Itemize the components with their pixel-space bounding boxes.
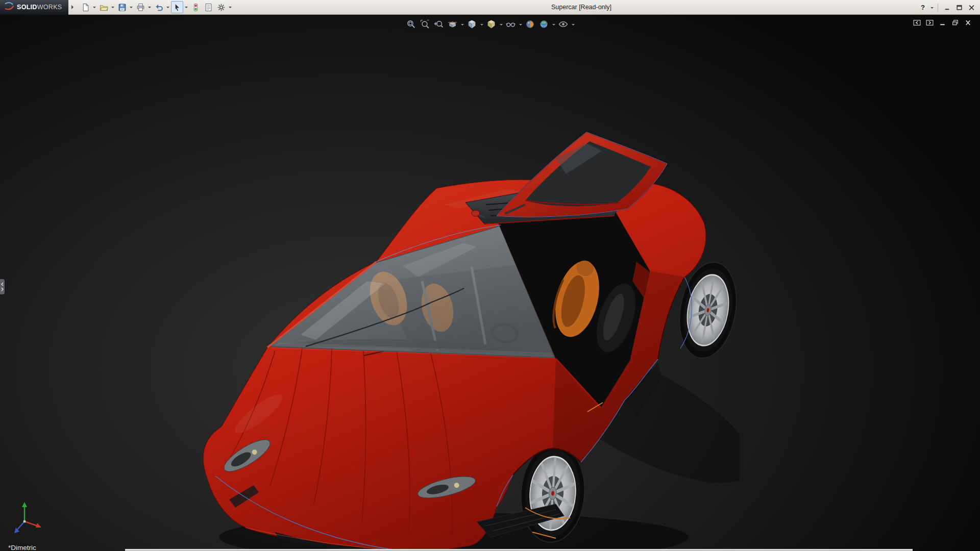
next-window-button[interactable] [924, 18, 935, 27]
apply-scene-button[interactable] [537, 18, 550, 31]
view-settings-button[interactable] [557, 18, 570, 31]
open-document-dropdown[interactable] [110, 1, 115, 13]
maximize-button[interactable] [953, 2, 965, 13]
car-body[interactable] [203, 180, 706, 551]
main-toolbar [78, 1, 233, 13]
window-buttons [941, 2, 977, 13]
solidworks-window: SOLIDWORKS Supercar [Read-only] ? [0, 0, 980, 551]
apply-scene-dropdown[interactable] [551, 18, 556, 31]
new-document-dropdown[interactable] [92, 1, 97, 13]
hide-show-items-button[interactable] [504, 18, 517, 31]
solidworks-logo: SOLIDWORKS [0, 0, 68, 15]
document-window-controls [912, 18, 973, 27]
panel-collapse-tab[interactable] [0, 279, 5, 294]
separator [938, 4, 938, 12]
print-button[interactable] [134, 1, 146, 13]
new-document-button[interactable] [79, 1, 91, 13]
zoom-to-fit-button[interactable] [405, 18, 418, 31]
section-view-dropdown[interactable] [460, 18, 464, 31]
supercar-3d-model[interactable] [199, 128, 740, 551]
solidworks-logo-icon [4, 2, 15, 13]
zoom-to-area-button[interactable] [419, 18, 431, 31]
minimize-doc-button[interactable] [937, 18, 947, 27]
rebuild-button[interactable] [189, 1, 202, 13]
heads-up-toolbar [405, 18, 575, 31]
help-button[interactable]: ? [917, 2, 928, 13]
window-title: Supercar [Read-only] [551, 0, 611, 15]
display-style-dropdown[interactable] [499, 18, 503, 31]
save-button[interactable] [116, 1, 128, 13]
options-dropdown[interactable] [228, 1, 233, 13]
toolbar-pin-button[interactable] [70, 2, 77, 13]
print-dropdown[interactable] [147, 1, 152, 13]
view-orientation-label: *Dimetric [8, 544, 36, 551]
help-dropdown[interactable] [929, 2, 935, 14]
titlebar-window-controls: ? [917, 0, 977, 15]
undo-dropdown[interactable] [165, 1, 170, 13]
select-dropdown[interactable] [184, 1, 189, 13]
previous-view-button[interactable] [432, 18, 445, 31]
file-properties-button[interactable] [202, 1, 214, 13]
restore-doc-button[interactable] [950, 18, 960, 27]
brand-name: SOLIDWORKS [17, 4, 62, 11]
help-label: ? [921, 4, 925, 11]
close-doc-button[interactable] [963, 18, 973, 27]
options-button[interactable] [215, 1, 227, 13]
minimize-button[interactable] [941, 2, 952, 13]
select-button[interactable] [171, 1, 183, 13]
view-settings-dropdown[interactable] [571, 18, 575, 31]
section-view-button[interactable] [446, 18, 459, 31]
taskbar-edge[interactable] [125, 549, 913, 551]
view-orientation-button[interactable] [465, 18, 478, 31]
hide-show-items-dropdown[interactable] [518, 18, 523, 31]
orientation-triad[interactable] [11, 501, 43, 539]
open-document-button[interactable] [97, 1, 110, 13]
undo-button[interactable] [153, 1, 165, 13]
previous-window-button[interactable] [912, 18, 922, 27]
close-button[interactable] [966, 2, 977, 13]
save-dropdown[interactable] [129, 1, 134, 13]
view-orientation-dropdown[interactable] [479, 18, 484, 31]
titlebar: SOLIDWORKS Supercar [Read-only] ? [0, 0, 980, 15]
display-style-button[interactable] [485, 18, 498, 31]
graphics-area[interactable]: *Dimetric [0, 15, 980, 551]
edit-appearance-button[interactable] [524, 18, 536, 31]
